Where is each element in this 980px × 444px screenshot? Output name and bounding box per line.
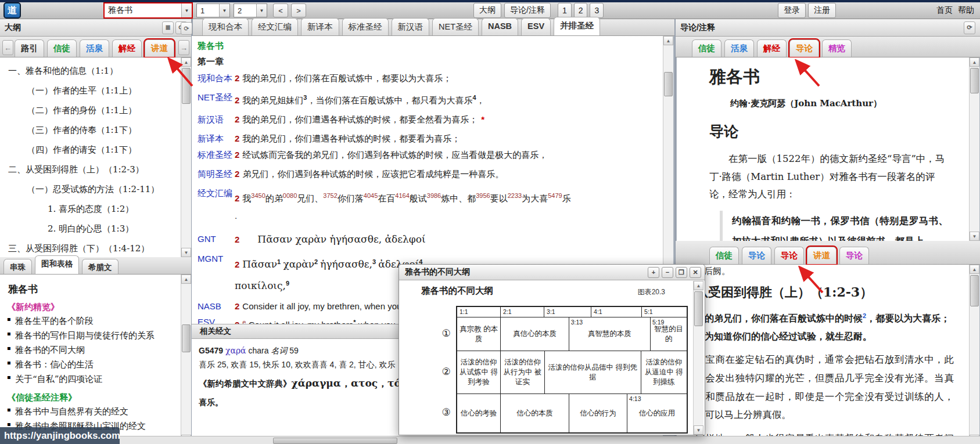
restore-window-icon[interactable]: ❐ xyxy=(676,267,687,278)
strongs-number[interactable]: 3956 xyxy=(476,192,490,199)
tab-concordance[interactable]: 经文汇编 xyxy=(252,18,298,35)
footnote-asterisk[interactable]: * xyxy=(353,319,356,324)
chart-popup-window[interactable]: 雅各书的不同大纲 + − ❐ ✕ 雅各书的不同大纲 图表20.3 ① ② ③ xyxy=(399,264,705,435)
chapter-select[interactable]: 1 ▼ xyxy=(196,3,230,17)
word-number[interactable]: 2 xyxy=(314,258,318,265)
tab-net[interactable]: NET圣经 xyxy=(432,18,479,35)
tab-huoquan[interactable]: 活泉 xyxy=(80,39,109,57)
login-button[interactable]: 登录 xyxy=(778,3,806,18)
list-icon[interactable]: ≣ xyxy=(162,21,174,34)
translation-link[interactable]: 标准圣经 xyxy=(198,149,235,161)
scroll-up-icon[interactable]: ▲ xyxy=(694,281,703,290)
next-verse-button[interactable]: > xyxy=(291,3,306,17)
help-link[interactable]: 帮助 xyxy=(958,5,974,16)
outline-item[interactable]: （二）作者的身份（1:1上） xyxy=(0,100,181,120)
strongs-number[interactable]: 4164 xyxy=(395,192,409,199)
tab-scroll-right-icon[interactable]: → xyxy=(178,40,189,55)
chevron-down-icon[interactable]: ▼ xyxy=(181,3,192,17)
tab-xintu[interactable]: 信徒 xyxy=(47,39,77,57)
sermon-scrollbar[interactable]: ▲ ▼ xyxy=(969,265,979,444)
scrollbar-thumb[interactable] xyxy=(970,275,979,306)
verse-select[interactable]: 2 ▼ xyxy=(234,3,267,17)
outline-item[interactable]: （三）作者的侍奉（1:1下） xyxy=(0,120,181,140)
tab-jiejing[interactable]: 解经 xyxy=(112,39,142,57)
popup-titlebar[interactable]: 雅各书的不同大纲 + − ❐ ✕ xyxy=(399,265,705,280)
scroll-up-icon[interactable]: ▲ xyxy=(970,265,979,274)
list-item[interactable]: ▪雅各书的不同大纲 xyxy=(0,343,181,358)
intro-notes-panel-button[interactable]: 导论/注释 xyxy=(504,3,551,18)
popup-scrollbar[interactable]: ▲ ▼ xyxy=(693,281,703,435)
translation-link[interactable]: 简明圣经 xyxy=(198,168,235,181)
book-select[interactable]: 雅各书 ▼ xyxy=(103,2,193,19)
tab-xinyiben[interactable]: 新译本 xyxy=(301,18,339,35)
tab-greek[interactable]: 希腊文 xyxy=(82,259,119,274)
tab-xintu[interactable]: 信徒 xyxy=(709,247,739,264)
translation-link[interactable]: GNT xyxy=(198,233,235,246)
tab-daolun-magenta[interactable]: 导论 xyxy=(839,247,869,264)
prev-verse-button[interactable]: < xyxy=(273,3,288,17)
translation-link[interactable]: ESV xyxy=(198,316,235,324)
strongs-number[interactable]: 4045 xyxy=(364,192,378,199)
strongs-number[interactable]: 3752 xyxy=(323,192,337,199)
outline-scrollbar[interactable]: ▲ ▼ xyxy=(181,57,191,257)
scroll-up-icon[interactable]: ▲ xyxy=(181,57,191,67)
scroll-up-icon[interactable]: ▲ xyxy=(970,57,979,67)
register-button[interactable]: 注册 xyxy=(808,3,836,18)
left-lower-scrollbar[interactable]: ▲ ▼ xyxy=(181,275,191,444)
outline-item[interactable]: 2. 明白的心思（1:3） xyxy=(0,219,181,239)
translation-link[interactable]: MGNT xyxy=(198,252,235,295)
strongs-number[interactable]: 5479 xyxy=(548,192,562,199)
chapter-select-value[interactable]: 1 xyxy=(197,4,219,17)
layout-1-button[interactable]: 1 xyxy=(558,3,572,18)
outline-item[interactable]: （一）作者的生平（1:1上） xyxy=(0,81,181,100)
outline-item[interactable]: 二、从受困到得胜（上）（1:2-3） xyxy=(0,160,181,179)
refresh-icon[interactable]: ⟳ xyxy=(181,22,192,35)
home-link[interactable]: 首页 xyxy=(936,5,953,16)
strongs-number[interactable]: 3986 xyxy=(427,192,441,199)
refresh-icon[interactable]: ⟳ xyxy=(964,21,975,34)
list-item[interactable]: ▪雅各书的写作日期与使徒行传的关系 xyxy=(0,329,181,343)
tab-daolun[interactable]: 导论 xyxy=(789,39,819,57)
tab-jinglan[interactable]: 精览 xyxy=(822,39,852,57)
layout-2-button[interactable]: 2 xyxy=(574,3,588,18)
translation-link[interactable]: NASB xyxy=(198,300,235,313)
scrollbar-thumb[interactable] xyxy=(182,68,191,104)
scroll-down-icon[interactable]: ▼ xyxy=(181,248,191,257)
tab-esv[interactable]: ESV xyxy=(521,18,551,35)
zoom-out-icon[interactable]: − xyxy=(662,267,673,278)
list-item[interactable]: ▪雅各书中与自然界有关的经文 xyxy=(0,405,181,419)
scrollbar-thumb[interactable] xyxy=(970,68,979,93)
translation-link[interactable]: 新译本 xyxy=(198,132,235,145)
book-select-value[interactable]: 雅各书 xyxy=(105,3,181,17)
tab-luyin[interactable]: 路引 xyxy=(15,39,44,57)
list-item[interactable]: ▪关于“自私”的四项论证 xyxy=(0,372,181,387)
tab-charts-tables[interactable]: 图和表格 xyxy=(35,255,79,274)
strongs-id[interactable]: G5479 xyxy=(199,346,223,355)
outline-item[interactable]: 1. 喜乐的态度（1:2） xyxy=(0,199,181,219)
chevron-down-icon[interactable]: ▼ xyxy=(256,4,267,17)
zoom-in-icon[interactable]: + xyxy=(648,267,659,278)
translation-link[interactable]: 经文汇编 xyxy=(198,187,235,225)
tab-xintu[interactable]: 信徒 xyxy=(692,39,721,57)
list-item[interactable]: ▪雅各生平的各个阶段 xyxy=(0,314,181,329)
tab-chuanzhu[interactable]: 串珠 xyxy=(3,259,32,274)
translation-link[interactable]: NET圣经 xyxy=(198,91,235,107)
strongs-number[interactable]: 0080 xyxy=(283,192,297,199)
verse-select-value[interactable]: 2 xyxy=(234,4,256,17)
scrollbar-thumb[interactable] xyxy=(273,438,397,444)
strongs-number[interactable]: 3450 xyxy=(251,192,265,199)
crossref-letter[interactable]: e xyxy=(242,319,246,324)
horizontal-scrollbar[interactable] xyxy=(120,436,980,444)
tab-parallel[interactable]: 并排圣经 xyxy=(554,17,600,35)
word-number[interactable]: 9 xyxy=(286,280,289,287)
outline-item[interactable]: 一、雅各和他的信息（1:1） xyxy=(0,61,181,81)
chevron-down-icon[interactable]: ▼ xyxy=(219,4,229,17)
outline-panel-button[interactable]: 大纲 xyxy=(473,3,501,18)
scroll-down-icon[interactable]: ▼ xyxy=(970,232,979,241)
outline-item[interactable]: （一）忍受试炼的方法（1:2-11） xyxy=(0,179,181,199)
tab-scroll-left-icon[interactable]: ← xyxy=(2,40,13,55)
scroll-up-icon[interactable]: ▲ xyxy=(663,36,673,45)
layout-3-button[interactable]: 3 xyxy=(590,3,604,18)
tab-daolun-red[interactable]: 导论 xyxy=(774,247,804,264)
footnote-asterisk[interactable]: * xyxy=(481,114,484,124)
